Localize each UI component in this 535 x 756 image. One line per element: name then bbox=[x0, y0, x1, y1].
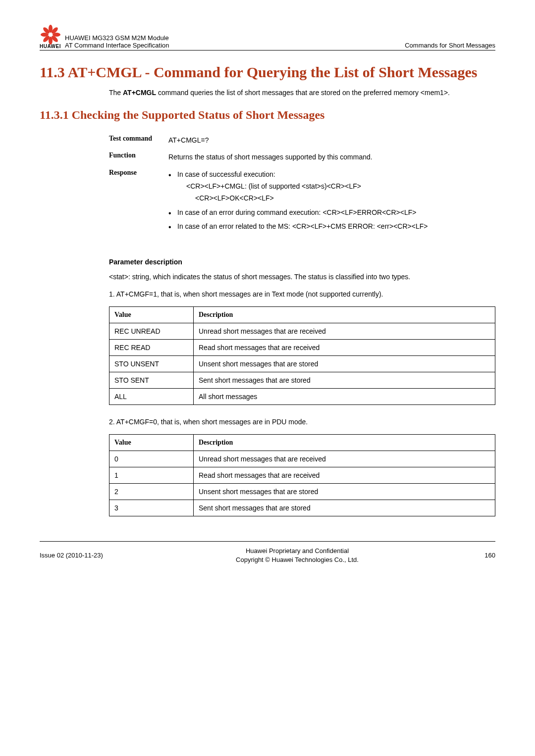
intro-command: AT+CMGL bbox=[123, 89, 156, 97]
response-list: In case of successful execution: <CR><LF… bbox=[168, 169, 495, 232]
th-description: Description bbox=[194, 306, 495, 323]
cell-value: REC READ bbox=[109, 339, 194, 355]
cell-description: Sent short messages that are stored bbox=[194, 372, 495, 388]
cell-value: REC UNREAD bbox=[109, 323, 194, 339]
test-command-row: Test command AT+CMGL=? bbox=[109, 132, 495, 149]
response-lead-0: In case of successful execution: bbox=[177, 170, 275, 178]
response-lead-1: In case of an error during command execu… bbox=[177, 208, 416, 216]
function-label: Function bbox=[109, 149, 168, 165]
table-row: REC UNREADUnread short messages that are… bbox=[109, 323, 495, 339]
response-item-0: In case of successful execution: <CR><LF… bbox=[168, 169, 495, 204]
doc-subtitle: AT Command Interface Specification bbox=[65, 42, 169, 49]
cell-description: Read short messages that are received bbox=[194, 339, 495, 355]
cell-description: Unsent short messages that are stored bbox=[194, 355, 495, 372]
table-row: 0Unread short messages that are received bbox=[109, 451, 495, 467]
table-row: REC READRead short messages that are rec… bbox=[109, 339, 495, 355]
cell-value: 1 bbox=[109, 467, 194, 483]
cell-value: 0 bbox=[109, 451, 194, 467]
cell-value: ALL bbox=[109, 388, 194, 404]
test-command-value: AT+CMGL=? bbox=[168, 132, 495, 149]
page-header: HUAWEI HUAWEI MG323 GSM M2M Module AT Co… bbox=[40, 25, 495, 50]
header-right: Commands for Short Messages bbox=[405, 42, 495, 49]
header-titles: HUAWEI MG323 GSM M2M Module AT Command I… bbox=[65, 34, 495, 49]
cell-value: STO SENT bbox=[109, 372, 194, 388]
brand-logo: HUAWEI bbox=[40, 25, 61, 49]
cell-description: Unsent short messages that are stored bbox=[194, 483, 495, 500]
footer-center: Huawei Proprietary and Confidential Copy… bbox=[129, 547, 466, 564]
header-left: HUAWEI MG323 GSM M2M Module AT Command I… bbox=[65, 34, 169, 49]
function-row: Function Returns the status of short mes… bbox=[109, 149, 495, 165]
page-footer: Issue 02 (2010-11-23) Huawei Proprietary… bbox=[40, 541, 495, 564]
footer-copyright: Copyright © Huawei Technologies Co., Ltd… bbox=[129, 555, 466, 564]
section-intro: The AT+CMGL command queries the list of … bbox=[109, 88, 495, 98]
footer-issue: Issue 02 (2010-11-23) bbox=[40, 552, 129, 559]
parameter-heading: Parameter description bbox=[109, 258, 495, 266]
table-row: 2Unsent short messages that are stored bbox=[109, 483, 495, 500]
footer-page-number: 160 bbox=[466, 552, 495, 559]
pdu-mode-table: Value Description 0Unread short messages… bbox=[109, 434, 495, 516]
table-header-row: Value Description bbox=[109, 306, 495, 323]
response-item-2: In case of an error related to the MS: <… bbox=[168, 221, 495, 232]
table-row: STO UNSENTUnsent short messages that are… bbox=[109, 355, 495, 372]
stat-description: <stat>: string, which indicates the stat… bbox=[109, 272, 495, 282]
table-row: 3Sent short messages that are stored bbox=[109, 500, 495, 516]
cell-description: Unread short messages that are received bbox=[194, 323, 495, 339]
th-description: Description bbox=[194, 434, 495, 451]
response-line-0-0: <CR><LF>+CMGL: (list of supported <stat>… bbox=[186, 181, 495, 192]
function-value: Returns the status of short messages sup… bbox=[168, 149, 495, 165]
cell-description: Sent short messages that are stored bbox=[194, 500, 495, 516]
response-lead-2: In case of an error related to the MS: <… bbox=[177, 222, 428, 230]
cell-value: 2 bbox=[109, 483, 194, 500]
table-row: STO SENTSent short messages that are sto… bbox=[109, 372, 495, 388]
cell-description: Read short messages that are received bbox=[194, 467, 495, 483]
table-row: 1Read short messages that are received bbox=[109, 467, 495, 483]
table-header-row: Value Description bbox=[109, 434, 495, 451]
response-item-1: In case of an error during command execu… bbox=[168, 207, 495, 218]
th-value: Value bbox=[109, 306, 194, 323]
th-value: Value bbox=[109, 434, 194, 451]
huawei-flower-icon bbox=[41, 25, 60, 45]
intro-suffix: command queries the list of short messag… bbox=[156, 89, 450, 97]
section-title: 11.3 AT+CMGL - Command for Querying the … bbox=[40, 63, 495, 82]
cell-value: 3 bbox=[109, 500, 194, 516]
cell-value: STO UNSENT bbox=[109, 355, 194, 372]
mode2-text: 2. AT+CMGF=0, that is, when short messag… bbox=[109, 417, 495, 427]
product-name: HUAWEI MG323 GSM M2M Module bbox=[65, 34, 169, 42]
text-mode-table: Value Description REC UNREADUnread short… bbox=[109, 306, 495, 405]
mode1-text: 1. AT+CMGF=1, that is, when short messag… bbox=[109, 289, 495, 300]
test-command-label: Test command bbox=[109, 132, 168, 149]
response-row: Response In case of successful execution… bbox=[109, 166, 495, 238]
cell-description: Unread short messages that are received bbox=[194, 451, 495, 467]
command-table: Test command AT+CMGL=? Function Returns … bbox=[109, 132, 495, 238]
response-content: In case of successful execution: <CR><LF… bbox=[168, 166, 495, 238]
table-row: ALLAll short messages bbox=[109, 388, 495, 404]
cell-description: All short messages bbox=[194, 388, 495, 404]
intro-prefix: The bbox=[109, 89, 123, 97]
footer-proprietary: Huawei Proprietary and Confidential bbox=[129, 547, 466, 555]
response-line-0-1: <CR><LF>OK<CR><LF> bbox=[195, 193, 495, 203]
response-label: Response bbox=[109, 166, 168, 238]
subsection-title: 11.3.1 Checking the Supported Status of … bbox=[40, 108, 495, 122]
